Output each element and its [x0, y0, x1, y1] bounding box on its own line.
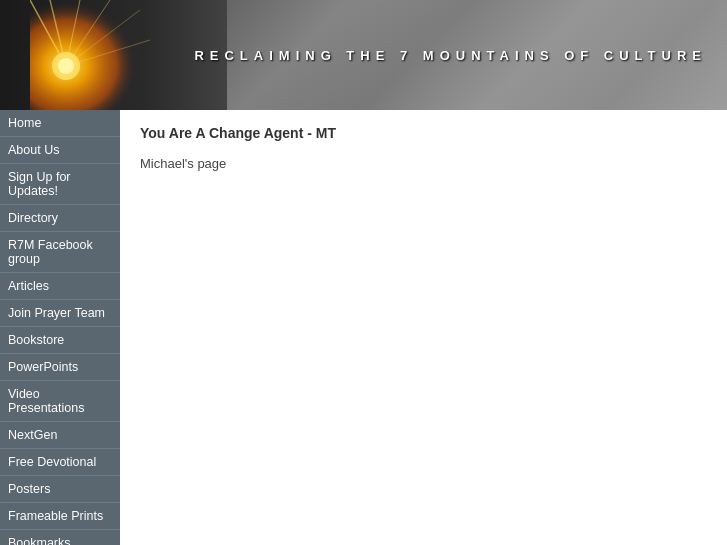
sidebar-item-sign-up-for-updates![interactable]: Sign Up for Updates! — [0, 164, 120, 205]
main-layout: HomeAbout UsSign Up for Updates!Director… — [0, 110, 727, 545]
sidebar-item-posters[interactable]: Posters — [0, 476, 120, 503]
sidebar-item-video-presentations[interactable]: Video Presentations — [0, 381, 120, 422]
svg-point-8 — [58, 58, 74, 74]
sun-rays-graphic — [30, 0, 150, 110]
sidebar-item-directory[interactable]: Directory — [0, 205, 120, 232]
sidebar-item-free-devotional[interactable]: Free Devotional — [0, 449, 120, 476]
sidebar: HomeAbout UsSign Up for Updates!Director… — [0, 110, 120, 545]
sidebar-item-about-us[interactable]: About Us — [0, 137, 120, 164]
sidebar-item-r7m-facebook-group[interactable]: R7M Facebook group — [0, 232, 120, 273]
sidebar-item-powerpoints[interactable]: PowerPoints — [0, 354, 120, 381]
header-tagline: RECLAIMING THE 7 MOUNTAINS OF CULTURE — [194, 48, 707, 63]
sidebar-item-nextgen[interactable]: NextGen — [0, 422, 120, 449]
page-title: You Are A Change Agent - MT — [140, 125, 707, 141]
content-area: You Are A Change Agent - MT Michael's pa… — [120, 110, 727, 545]
sidebar-item-home[interactable]: Home — [0, 110, 120, 137]
sidebar-item-bookmarks[interactable]: Bookmarks — [0, 530, 120, 545]
sidebar-item-join-prayer-team[interactable]: Join Prayer Team — [0, 300, 120, 327]
sidebar-item-articles[interactable]: Articles — [0, 273, 120, 300]
sidebar-item-frameable-prints[interactable]: Frameable Prints — [0, 503, 120, 530]
header-banner: RECLAIMING THE 7 MOUNTAINS OF CULTURE — [0, 0, 727, 110]
page-subtitle: Michael's page — [140, 156, 707, 171]
sidebar-item-bookstore[interactable]: Bookstore — [0, 327, 120, 354]
